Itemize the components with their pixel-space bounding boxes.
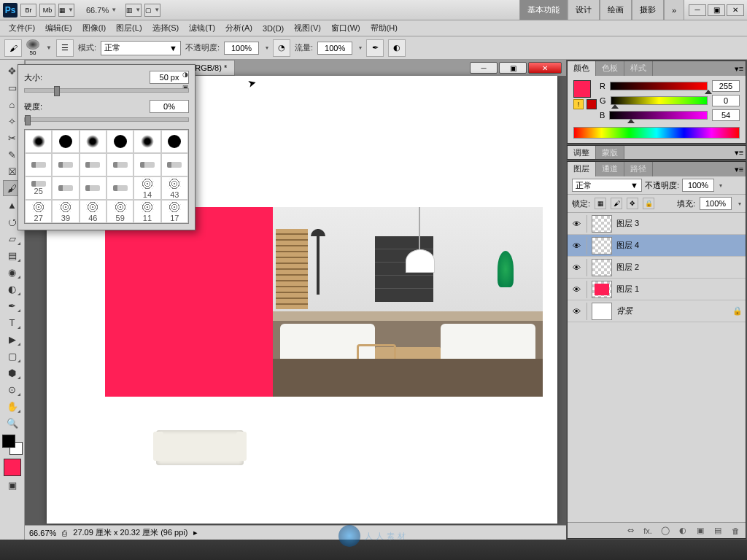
brush-dropdown-icon[interactable]: ▼ [46,44,52,51]
brush-preview-icon[interactable] [26,39,39,50]
visibility-icon[interactable]: 👁 [570,284,582,295]
opacity-input[interactable]: 100% [224,42,259,55]
color-slider[interactable] [611,96,708,105]
blur-tool[interactable]: ◉ [3,264,22,280]
menu-filter[interactable]: 滤镜(T) [185,21,220,35]
status-docinfo-icon[interactable]: ⎙ [62,529,67,537]
color-slider[interactable] [610,82,708,90]
visibility-icon[interactable]: 👁 [570,306,582,317]
pressure-size-icon[interactable]: ◐ [388,39,406,57]
fill-input[interactable]: 100% [700,197,732,210]
brush-preset[interactable] [107,153,133,176]
brush-preset[interactable] [25,130,52,153]
new-layer-icon[interactable]: ▤ [712,525,724,537]
color-value-input[interactable]: 0 [712,95,740,106]
adjustments-panel-collapsed[interactable]: 调整 蒙版 ▾≡ [567,145,746,160]
layer-name[interactable]: 图层 3 [616,218,639,229]
window-restore-icon[interactable]: ▣ [708,4,725,16]
view-extras-button[interactable]: ▦▼ [58,4,74,17]
color-swatch[interactable] [4,459,21,476]
layer-row[interactable]: 👁图层 3 [568,213,746,235]
menu-3d[interactable]: 3D(D) [258,23,288,34]
color-slider[interactable] [609,111,708,120]
brush-preset[interactable]: 39 [52,200,79,223]
layer-name[interactable]: 背景 [616,306,632,316]
brush-panel-toggle-icon[interactable]: ☰ [56,39,74,57]
color-spectrum[interactable] [573,127,740,139]
gamut-swatch[interactable] [587,99,597,109]
workspace-more[interactable]: » [664,0,684,20]
layer-thumbnail[interactable] [592,237,612,254]
tab-swatches[interactable]: 色板 [596,61,624,76]
popup-flyout-icon[interactable]: ◑ [180,69,190,79]
tab-adjustments[interactable]: 调整 [568,146,596,159]
eraser-tool[interactable]: ▱ [3,230,22,246]
brush-preset[interactable]: 43 [161,176,188,200]
chevron-down-icon[interactable]: ▾ [719,182,722,189]
workspace-tab-photography[interactable]: 摄影 [632,0,664,20]
shape-tool[interactable]: ▢ [3,348,22,364]
3d-tool[interactable]: ⬢ [3,365,22,381]
new-group-icon[interactable]: ▣ [694,525,706,537]
brush-preset[interactable] [80,153,107,176]
workspace-tab-design[interactable]: 设计 [568,0,600,20]
brush-preset[interactable]: 59 [107,200,133,223]
status-zoom[interactable]: 66.67% [29,529,56,537]
visibility-icon[interactable]: 👁 [570,218,582,230]
layer-thumbnail[interactable] [592,259,612,276]
layer-row[interactable]: 👁图层 4 [568,235,746,257]
brush-preset[interactable]: 25 [25,176,52,200]
menu-window[interactable]: 窗口(W) [327,21,365,35]
brush-preset[interactable] [80,176,107,200]
quickmask-icon[interactable]: ▣ [3,477,22,493]
layer-thumbnail[interactable] [592,281,612,298]
menu-layer[interactable]: 图层(L) [112,21,146,35]
brush-preset[interactable]: 27 [25,200,52,223]
pressure-opacity-icon[interactable]: ◔ [273,39,290,57]
gamut-warning-icon[interactable]: ! [573,99,584,109]
lock-pixels-icon[interactable]: 🖌 [611,198,622,209]
path-select-tool[interactable]: ▶ [3,331,22,347]
foreground-background-swatch[interactable] [2,435,23,455]
visibility-icon[interactable]: 👁 [570,240,582,252]
panel-menu-icon[interactable]: ▾≡ [732,146,746,159]
tab-channels[interactable]: 通道 [596,162,624,176]
link-layers-icon[interactable]: ⇔ [624,525,636,537]
brush-hardness-slider[interactable] [24,117,189,122]
tab-layers[interactable]: 图层 [568,162,596,176]
brush-preset[interactable] [107,176,133,200]
flow-input[interactable]: 100% [317,42,352,55]
chevron-down-icon[interactable]: ▾ [738,201,741,207]
lock-position-icon[interactable]: ✥ [627,198,638,209]
status-flyout-icon[interactable]: ▸ [193,528,198,537]
3d-camera-tool[interactable]: ⊙ [3,381,22,397]
layer-name[interactable]: 图层 2 [616,262,639,273]
layer-blend-dropdown[interactable]: 正常▼ [572,179,642,192]
brush-preset[interactable]: 17 [161,200,188,223]
layer-thumbnail[interactable] [592,215,612,233]
layer-name[interactable]: 图层 1 [616,284,639,295]
brush-preset[interactable] [133,153,160,176]
color-value-input[interactable]: 54 [712,109,740,121]
doc-maximize-icon[interactable]: ▣ [499,62,527,74]
brush-preset[interactable] [80,130,107,153]
layer-row[interactable]: 👁背景🔒 [568,300,746,322]
brush-hardness-input[interactable]: 0% [150,100,189,113]
gradient-tool[interactable]: ▤ [3,247,22,263]
fg-swatch[interactable] [573,80,591,98]
airbrush-icon[interactable]: ✒ [366,39,384,57]
tab-color[interactable]: 颜色 [568,61,596,76]
new-fill-layer-icon[interactable]: ◐ [677,525,689,537]
brush-preset[interactable]: 11 [133,200,160,223]
layer-row[interactable]: 👁图层 1 [568,279,746,300]
brush-preset[interactable] [52,130,79,153]
chevron-down-icon[interactable]: ▾ [359,44,362,51]
dodge-tool[interactable]: ◐ [3,281,22,297]
brush-preset[interactable] [107,130,133,153]
menu-file[interactable]: 文件(F) [4,21,39,35]
window-minimize-icon[interactable]: ─ [689,4,706,16]
type-tool[interactable]: T [3,314,22,330]
lock-transparency-icon[interactable]: ▦ [595,198,606,209]
chevron-down-icon[interactable]: ▾ [266,44,268,51]
blend-mode-dropdown[interactable]: 正常▼ [101,41,181,55]
